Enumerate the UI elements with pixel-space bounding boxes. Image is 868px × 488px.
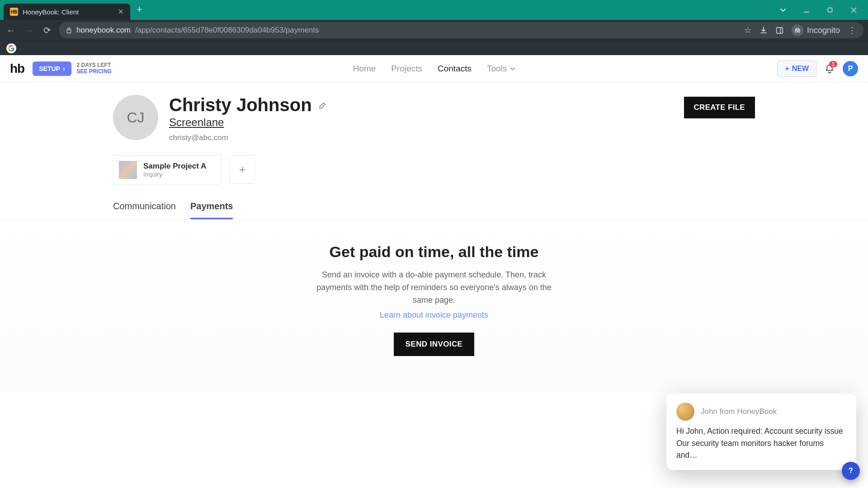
notification-badge: 1 [829, 61, 837, 67]
browser-toolbar: ← → ⟳ honeybook.com/app/contacts/655d78e… [0, 20, 868, 41]
app-topnav: hb SETUP › 2 DAYS LEFT SEE PRICING Home … [0, 55, 868, 82]
project-status: Inquiry [143, 171, 206, 178]
url-bar-actions: ☆ Incognito ⋮ [744, 24, 856, 36]
panel-icon[interactable] [776, 27, 783, 34]
notifications-button[interactable]: 1 [825, 64, 835, 74]
add-project-button[interactable]: + [230, 155, 255, 184]
project-card[interactable]: Sample Project A Inquiry [113, 155, 222, 185]
browser-menu-icon[interactable]: ⋮ [848, 25, 856, 35]
incognito-icon [792, 24, 803, 36]
address-bar[interactable]: honeybook.com/app/contacts/655d78e0f0086… [59, 22, 863, 38]
nav-projects[interactable]: Projects [391, 64, 422, 74]
nav-contacts[interactable]: Contacts [438, 64, 472, 74]
incognito-indicator[interactable]: Incognito [792, 24, 840, 36]
honeybook-logo[interactable]: hb [10, 61, 24, 76]
window-close-icon[interactable] [843, 3, 864, 17]
trial-info: 2 DAYS LEFT SEE PRICING [77, 62, 112, 75]
payments-empty-state: Get paid on time, all the time Send an i… [0, 220, 868, 392]
contact-info: Christy Johnson Screenlane christy@abc.c… [169, 95, 327, 142]
forward-button[interactable]: → [23, 25, 35, 36]
svg-point-5 [798, 31, 800, 33]
tab-payments[interactable]: Payments [190, 201, 233, 219]
tab-title: HoneyBook: Client [23, 8, 79, 16]
contact-email: christy@abc.com [169, 133, 327, 142]
help-fab-button[interactable]: ? [842, 462, 860, 480]
contact-tabs: Communication Payments [0, 201, 868, 220]
contact-header: CJ Christy Johnson Screenlane christy@ab… [113, 95, 755, 142]
setup-button[interactable]: SETUP › [33, 61, 71, 76]
incognito-label: Incognito [807, 26, 840, 35]
google-shortcut-icon[interactable] [6, 43, 16, 53]
browser-tab[interactable]: HB HoneyBook: Client ✕ [4, 4, 130, 20]
bookmarks-bar [0, 41, 868, 55]
svg-rect-1 [67, 30, 71, 33]
url-host: honeybook.com [76, 26, 131, 35]
nav-home[interactable]: Home [353, 64, 376, 74]
account-avatar[interactable]: P [843, 61, 858, 76]
contact-company-link[interactable]: Screenlane [169, 116, 224, 129]
window-maximize-icon[interactable] [819, 3, 841, 17]
tab-communication[interactable]: Communication [113, 201, 176, 219]
downloads-icon[interactable] [760, 26, 768, 34]
back-button[interactable]: ← [5, 25, 17, 36]
project-title: Sample Project A [143, 162, 206, 171]
svg-point-4 [795, 31, 797, 33]
svg-rect-2 [777, 28, 783, 33]
contact-page: CREATE FILE CJ Christy Johnson Screenlan… [0, 82, 868, 392]
browser-chrome: HB HoneyBook: Client ✕ + ← → ⟳ honeybook… [0, 0, 868, 55]
project-thumbnail [119, 161, 137, 179]
trial-days-left: 2 DAYS LEFT [77, 62, 112, 69]
primary-nav: Home Projects Contacts Tools [353, 64, 515, 74]
close-tab-icon[interactable]: ✕ [118, 8, 124, 16]
plus-icon: + [785, 65, 789, 73]
contact-name: Christy Johnson [169, 95, 312, 115]
browser-tab-bar: HB HoneyBook: Client ✕ + [0, 0, 868, 20]
new-tab-button[interactable]: + [130, 2, 149, 20]
empty-heading: Get paid on time, all the time [0, 243, 868, 261]
edit-contact-icon[interactable] [318, 101, 327, 110]
chevron-down-icon[interactable] [772, 3, 794, 17]
new-button[interactable]: + NEW [777, 61, 816, 77]
send-invoice-button[interactable]: SEND INVOICE [394, 333, 475, 356]
new-button-label: NEW [792, 65, 809, 73]
chevron-right-icon: › [63, 65, 65, 72]
window-controls [772, 0, 864, 20]
chat-sender: John from HoneyBook [701, 407, 777, 416]
window-minimize-icon[interactable] [796, 3, 817, 17]
svg-rect-0 [828, 8, 832, 12]
see-pricing-link[interactable]: SEE PRICING [77, 69, 112, 75]
nav-right: + NEW 1 P [777, 61, 858, 77]
chat-message-line2: Our security team monitors hacker forums… [676, 437, 846, 461]
chevron-down-icon [509, 66, 515, 71]
contact-avatar: CJ [113, 95, 158, 140]
chat-popup[interactable]: John from HoneyBook Hi John, Action requ… [666, 394, 856, 470]
project-list: Sample Project A Inquiry + [113, 155, 755, 185]
chat-avatar-icon [676, 403, 694, 421]
learn-invoice-link[interactable]: Learn about invoice payments [380, 310, 488, 320]
nav-tools-label: Tools [487, 64, 507, 74]
nav-tools[interactable]: Tools [487, 64, 515, 74]
url-path: /app/contacts/655d78e0f0086309da04b953/p… [135, 26, 319, 35]
reload-button[interactable]: ⟳ [41, 25, 53, 36]
favicon-icon: HB [10, 8, 18, 16]
create-file-button[interactable]: CREATE FILE [684, 97, 755, 118]
setup-label: SETUP [39, 65, 60, 72]
lock-icon [66, 27, 72, 33]
chat-message-line1: Hi John, Action required: Account securi… [676, 425, 846, 437]
bookmark-star-icon[interactable]: ☆ [744, 25, 751, 35]
empty-body: Send an invoice with a do-able payment s… [307, 269, 561, 307]
